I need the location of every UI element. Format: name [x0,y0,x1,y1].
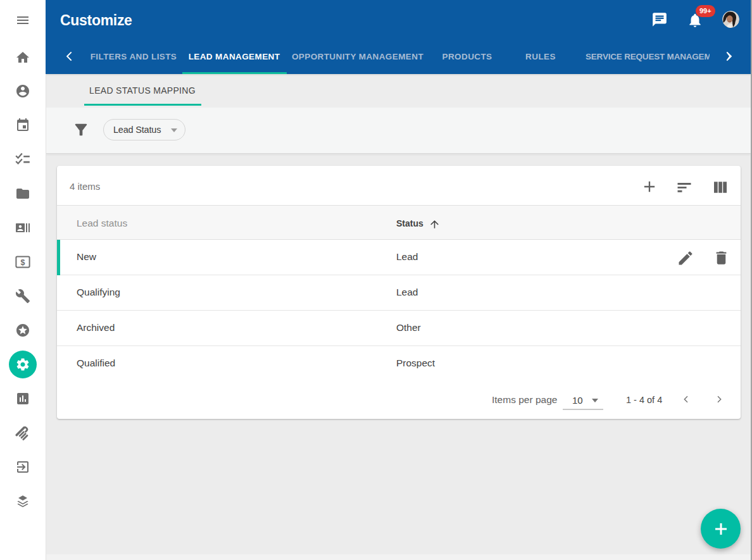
svg-text:$: $ [21,258,25,267]
